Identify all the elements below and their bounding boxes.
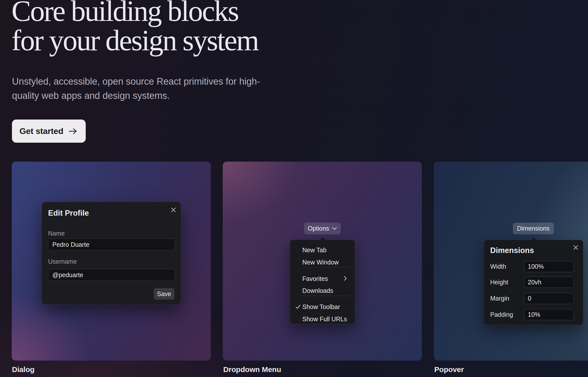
- height-input[interactable]: [524, 277, 574, 288]
- width-label: Width: [490, 261, 506, 272]
- width-row: Width: [490, 261, 577, 272]
- chevron-right-icon: [344, 276, 347, 281]
- padding-label: Padding: [490, 309, 513, 320]
- dialog-close-button[interactable]: [171, 207, 176, 212]
- popover-demo-card: Dimensions Dimensions Width Height: [434, 162, 588, 361]
- close-icon: [171, 207, 176, 212]
- popover-close-button[interactable]: [573, 245, 578, 250]
- padding-row: Padding: [490, 309, 577, 320]
- chevron-down-icon: [332, 227, 337, 230]
- menu-item-favorites-label: Favorites: [302, 275, 328, 282]
- dialog-caption: Dialog: [12, 365, 34, 374]
- padding-input[interactable]: [524, 309, 574, 320]
- dimensions-trigger-button[interactable]: Dimensions: [513, 223, 554, 234]
- dropdown-menu-panel: New Tab New Window Favorites Downloads S…: [290, 240, 355, 324]
- arrow-right-icon: [69, 128, 77, 134]
- dimensions-trigger-label: Dimensions: [517, 225, 550, 232]
- options-trigger-button[interactable]: Options: [304, 223, 341, 234]
- dialog-title: Edit Profile: [48, 209, 89, 218]
- margin-label: Margin: [490, 293, 509, 304]
- height-row: Height: [490, 277, 577, 288]
- width-input[interactable]: [524, 261, 574, 272]
- height-label: Height: [490, 277, 508, 288]
- menu-separator: [302, 267, 351, 267]
- radix-homepage: Core building blocksfor your design syst…: [0, 0, 588, 377]
- menu-arrow: [320, 237, 326, 243]
- username-field[interactable]: [48, 269, 175, 281]
- menu-item-new-window[interactable]: New Window: [302, 256, 351, 268]
- check-icon: [295, 304, 301, 310]
- menu-item-new-tab[interactable]: New Tab: [302, 244, 351, 256]
- page-title-line2: for your design system: [11, 24, 258, 57]
- popover-caption: Popover: [434, 365, 464, 374]
- page-title-line1: Core building blocks: [11, 0, 238, 27]
- hero-subtitle-line1: Unstyled, accessible, open source React …: [12, 76, 260, 87]
- edit-profile-dialog: Edit Profile Name Username Save: [42, 202, 181, 305]
- save-button[interactable]: Save: [154, 288, 174, 300]
- dialog-demo-card: Edit Profile Name Username Save: [12, 162, 211, 361]
- menu-item-show-full-urls[interactable]: Show Full URLs: [302, 313, 351, 325]
- margin-input[interactable]: [524, 293, 574, 304]
- popover-title: Dimensions: [490, 246, 534, 255]
- close-icon: [573, 245, 578, 250]
- popover-arrow: [531, 237, 537, 243]
- dropdown-demo-card: Options New Tab New Window Favorites Dow…: [223, 162, 422, 361]
- name-field-label: Name: [48, 230, 65, 237]
- name-field[interactable]: [48, 239, 175, 251]
- get-started-button[interactable]: Get started: [12, 120, 86, 143]
- options-trigger-label: Options: [308, 225, 329, 232]
- margin-row: Margin: [490, 293, 577, 304]
- hero-subtitle-line2: quality web apps and design systems.: [12, 90, 170, 101]
- menu-item-show-toolbar[interactable]: Show Toolbar: [302, 301, 351, 313]
- hero-subtitle: Unstyled, accessible, open source React …: [12, 74, 260, 103]
- dropdown-caption: Dropdown Menu: [223, 365, 281, 374]
- component-demo-row: Edit Profile Name Username Save Options: [12, 162, 588, 361]
- menu-item-favorites[interactable]: Favorites: [302, 273, 351, 284]
- page-title: Core building blocksfor your design syst…: [11, 0, 258, 55]
- username-field-label: Username: [48, 258, 77, 265]
- menu-separator: [302, 296, 351, 296]
- menu-item-downloads[interactable]: Downloads: [302, 285, 351, 296]
- get-started-label: Get started: [19, 126, 63, 136]
- menu-item-show-toolbar-label: Show Toolbar: [302, 303, 340, 311]
- popover-panel: Dimensions Width Height Margin: [484, 240, 583, 325]
